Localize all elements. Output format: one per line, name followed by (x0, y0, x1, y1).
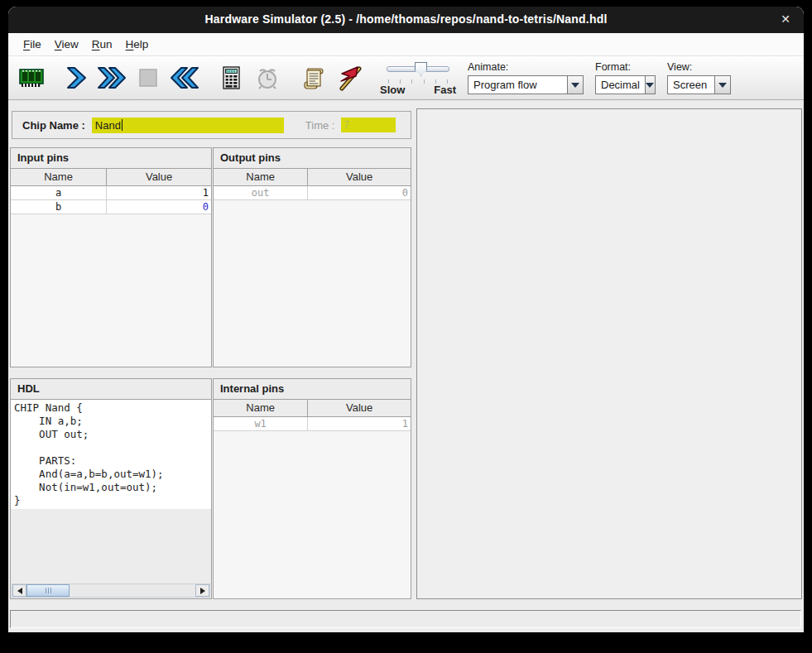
code-line: Not(in=w1,out=out); (14, 481, 211, 494)
view-value: Screen (668, 76, 712, 94)
run-icon (96, 65, 127, 91)
pin-value[interactable]: 1 (107, 186, 211, 199)
load-chip-button[interactable] (13, 60, 50, 96)
reset-button[interactable] (166, 60, 203, 96)
hdl-code[interactable]: CHIP Nand { IN a,b; OUT out; PARTS: And(… (11, 400, 211, 509)
slider-thumb[interactable] (415, 62, 427, 76)
script-icon (300, 65, 327, 91)
table-row: w1 1 (214, 417, 411, 431)
menu-run[interactable]: Run (85, 35, 119, 54)
scrollbar-thumb[interactable] (26, 584, 70, 597)
view-hdl-button[interactable] (295, 60, 332, 96)
code-line: IN a,b; (14, 415, 211, 428)
animate-group: Animate: Program flow (468, 61, 584, 94)
flag-icon (337, 65, 363, 91)
pin-name: w1 (214, 417, 308, 430)
output-pins-panel: Output pins Name Value out 0 (213, 147, 411, 367)
chip-name-label: Chip Name : (22, 119, 85, 132)
input-pins-table: Name Value a 1 b 0 (11, 168, 211, 367)
app-window: Hardware Simulator (2.5) - /home/thomas/… (8, 7, 804, 632)
table-row[interactable]: a 1 (11, 186, 211, 200)
input-pins-panel: Input pins Name Value a 1 b 0 (10, 147, 212, 367)
run-button[interactable] (94, 60, 130, 96)
pin-value[interactable]: 0 (107, 200, 211, 214)
calculator-icon (219, 65, 243, 91)
clock-button (249, 60, 286, 96)
name-column-header: Name (214, 400, 308, 416)
output-pins-table: Name Value out 0 (214, 168, 411, 367)
format-value: Decimal (596, 76, 645, 94)
name-column-header: Name (11, 169, 107, 185)
menu-bar: File View Run Help (8, 33, 804, 56)
animate-value: Program flow (468, 76, 542, 94)
value-column-header: Value (107, 169, 211, 185)
window-title: Hardware Simulator (2.5) - /home/thomas/… (8, 12, 804, 26)
slider-fast-label: Fast (434, 84, 456, 96)
hdl-viewer: CHIP Nand { IN a,b; OUT out; PARTS: And(… (11, 399, 211, 598)
table-header: Name Value (214, 400, 411, 417)
single-step-button[interactable] (57, 60, 94, 96)
evaluate-button[interactable] (213, 60, 249, 96)
code-line: } (14, 494, 211, 507)
stop-icon (136, 65, 161, 90)
pin-name: a (11, 186, 107, 199)
chevron-down-icon[interactable] (714, 76, 730, 94)
table-row: out 0 (214, 186, 411, 200)
internal-pins-table: Name Value w1 1 (214, 399, 411, 598)
code-line: CHIP Nand { (14, 401, 211, 415)
format-group: Format: Decimal (595, 61, 656, 94)
close-icon[interactable]: ✕ (781, 12, 790, 26)
view-group: View: Screen (667, 61, 731, 94)
output-pins-title: Output pins (214, 148, 411, 168)
code-line: OUT out; (14, 428, 211, 441)
hdl-title: HDL (11, 379, 211, 399)
scroll-right-icon[interactable] (195, 584, 209, 597)
clock-icon (254, 65, 281, 91)
value-column-header: Value (308, 400, 411, 416)
single-step-icon (63, 65, 88, 91)
pin-value: 0 (308, 186, 411, 199)
chevron-down-icon[interactable] (567, 76, 583, 94)
time-label: Time : (305, 119, 335, 132)
horizontal-scrollbar (12, 583, 210, 598)
scroll-left-icon[interactable] (12, 584, 26, 597)
chip-name-input[interactable]: Nand (92, 118, 284, 133)
pin-value: 1 (308, 417, 411, 430)
flag-button[interactable] (332, 60, 368, 96)
menu-view[interactable]: View (48, 35, 85, 54)
time-field: 7 (341, 118, 396, 132)
code-line: And(a=a,b=b,out=w1); (14, 468, 211, 481)
chevron-down-icon[interactable] (645, 76, 655, 94)
animate-select[interactable]: Program flow (468, 75, 584, 94)
internal-pins-title: Internal pins (214, 379, 411, 399)
value-column-header: Value (308, 169, 411, 185)
name-column-header: Name (214, 169, 308, 185)
code-line (14, 441, 211, 454)
view-label: View: (667, 61, 731, 73)
menu-help[interactable]: Help (119, 35, 156, 54)
title-bar: Hardware Simulator (2.5) - /home/thomas/… (8, 7, 804, 33)
table-header: Name Value (11, 169, 211, 186)
format-select[interactable]: Decimal (595, 75, 656, 94)
text-caret (122, 119, 123, 131)
view-select[interactable]: Screen (667, 75, 731, 94)
main-content: Chip Name : Nand Time : 7 Input pins Nam… (8, 100, 804, 632)
table-row[interactable]: b 0 (11, 200, 211, 214)
internal-pins-panel: Internal pins Name Value w1 1 (213, 378, 411, 599)
screen-display-panel (416, 108, 802, 599)
toolbar: Slow Fast Animate: Program flow Format: … (8, 56, 804, 100)
menu-file[interactable]: File (17, 35, 48, 54)
pin-name: b (11, 200, 107, 214)
stop-button (130, 60, 166, 96)
speed-slider: Slow Fast (380, 59, 456, 97)
load-chip-icon (17, 65, 46, 91)
animate-label: Animate: (468, 61, 584, 73)
slider-slow-label: Slow (380, 84, 405, 96)
pin-name: out (214, 186, 308, 199)
hdl-panel: HDL CHIP Nand { IN a,b; OUT out; PARTS: … (10, 378, 212, 599)
chip-name-value: Nand (95, 119, 121, 132)
code-line: PARTS: (14, 454, 211, 468)
reset-icon (169, 65, 200, 91)
chip-name-bar: Chip Name : Nand Time : 7 (12, 111, 411, 139)
time-value: 7 (344, 119, 349, 131)
